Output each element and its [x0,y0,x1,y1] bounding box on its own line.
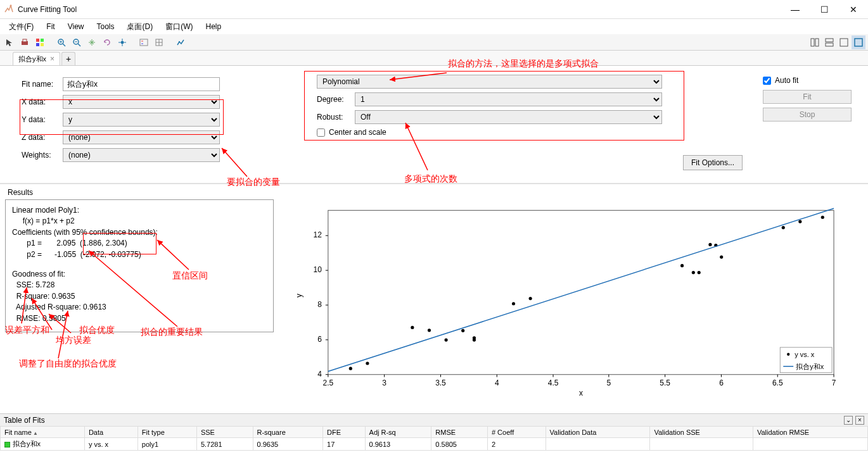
svg-rect-14 [121,41,124,44]
table-header[interactable]: RMSE [431,427,488,438]
fit-options-button[interactable]: Fit Options... [683,155,743,170]
fits-collapse-icon[interactable]: ⌄ [844,416,853,425]
fit-button[interactable]: Fit [763,90,852,104]
svg-point-73 [366,361,369,365]
svg-text:6: 6 [317,335,322,344]
minimize-button[interactable]: — [781,0,810,19]
menu-window[interactable]: 窗口(W) [160,20,198,34]
zdata-label: Z data: [22,133,63,142]
results-l7: SSE: 5.728 [12,280,267,291]
svg-line-91 [328,208,834,371]
tool-rotate-icon[interactable] [100,35,114,49]
table-header[interactable]: Validation SSE [650,427,753,438]
zdata-select[interactable]: (none) [63,130,220,144]
tool-print-icon[interactable] [18,35,32,49]
results-l8: R-square: 0.9635 [12,291,267,302]
menu-file[interactable]: 文件(F) [4,20,39,34]
degree-select[interactable]: 1 [355,92,662,106]
table-header[interactable]: Validation RMSE [753,427,867,438]
table-header[interactable]: Data [84,427,137,438]
svg-point-79 [473,336,476,339]
fits-close-icon[interactable]: × [855,416,864,425]
svg-point-76 [445,339,448,342]
table-row[interactable]: 拟合y和xy vs. xpoly15.72810.9635170.96130.5… [1,438,868,451]
table-header[interactable]: # Coeff [487,427,546,438]
tool-zoomin-icon[interactable] [54,35,68,49]
table-header[interactable]: SSE [196,427,253,438]
svg-rect-30 [840,39,848,46]
window-title: Curve Fitting Tool [18,5,781,14]
menu-desktop[interactable]: 桌面(D) [122,20,158,34]
svg-text:4.5: 4.5 [548,379,559,387]
svg-text:7: 7 [832,379,836,387]
svg-point-0 [10,4,12,6]
svg-text:5.5: 5.5 [660,379,670,387]
results-l6: Goodness of fit: [12,269,267,280]
menu-fit[interactable]: Fit [41,21,60,32]
table-header[interactable]: Fit type [137,427,196,438]
svg-text:3: 3 [382,379,386,387]
chart: 4 6 8 10 12 2.5 3 3.5 4 4.5 5 5.5 [284,192,853,406]
layout-2-icon[interactable] [822,35,836,49]
tool-residuals-icon[interactable] [174,35,188,49]
legend-line: 拟合y和x [796,363,824,370]
fitname-input[interactable] [63,77,220,91]
svg-text:4: 4 [495,379,499,387]
table-header[interactable]: R-square [253,427,323,438]
svg-rect-6 [41,43,44,46]
robust-select[interactable]: Off [355,110,662,124]
layout-1-icon[interactable] [808,35,822,49]
menu-help[interactable]: Help [200,21,226,32]
ylabel: y [295,294,303,297]
tab-add-button[interactable]: + [61,52,75,65]
tool-grid-icon[interactable] [152,35,166,49]
degree-label: Degree: [317,95,355,104]
tool-datacursor-icon[interactable] [115,35,129,49]
fittype-select[interactable]: Polynomial [317,75,662,89]
center-scale-label: Center and scale [329,128,386,137]
table-header[interactable]: DFE [323,427,365,438]
stop-button[interactable]: Stop [763,108,852,122]
weights-select[interactable]: (none) [63,148,220,162]
layout-4-icon[interactable] [852,35,865,49]
svg-point-74 [411,326,414,329]
ydata-label: Y data: [22,115,63,124]
menu-tools[interactable]: Tools [91,21,119,32]
svg-rect-27 [815,39,819,46]
menu-view[interactable]: View [63,21,89,32]
ydata-select[interactable]: y [63,113,220,127]
layout-3-icon[interactable] [837,35,851,49]
center-scale-checkbox[interactable] [317,128,325,137]
svg-rect-29 [826,43,833,46]
autofit-label: Auto fit [775,76,798,85]
tab-fit[interactable]: 拟合y和x × [13,52,60,65]
maximize-button[interactable]: ☐ [810,0,839,19]
svg-rect-28 [826,39,833,42]
svg-rect-5 [36,43,39,46]
tool-palette-icon[interactable] [33,35,47,49]
svg-line-8 [63,44,65,46]
table-header[interactable]: Fit name [1,427,85,438]
tool-zoomout-icon[interactable] [70,35,84,49]
svg-text:3.5: 3.5 [435,379,446,387]
tab-close-icon[interactable]: × [50,54,54,63]
svg-rect-31 [855,39,862,46]
tool-legend-icon[interactable] [137,35,151,49]
svg-rect-3 [36,39,39,42]
autofit-checkbox[interactable] [763,77,771,85]
tab-fit-label: 拟合y和x [18,54,46,64]
svg-point-75 [428,329,431,332]
tool-pointer-icon[interactable] [3,35,16,49]
svg-point-77 [461,329,464,332]
xdata-select[interactable]: x [63,95,220,109]
svg-rect-2 [23,39,27,42]
results-l9: Adjusted R-square: 0.9613 [12,302,267,313]
annot-adjrsq: 调整了自由度的拟合优度 [19,358,117,370]
close-button[interactable]: ✕ [839,0,868,19]
results-title: Results [5,187,274,198]
table-header[interactable]: Validation Data [546,427,650,438]
table-header[interactable]: Adj R-sq [365,427,431,438]
tool-pan-icon[interactable] [85,35,99,49]
results-l5: p2 = -1.055 (-2.072, -0.03775) [12,249,267,260]
results-l3: Coefficients (with 95% confidence bounds… [12,227,267,238]
